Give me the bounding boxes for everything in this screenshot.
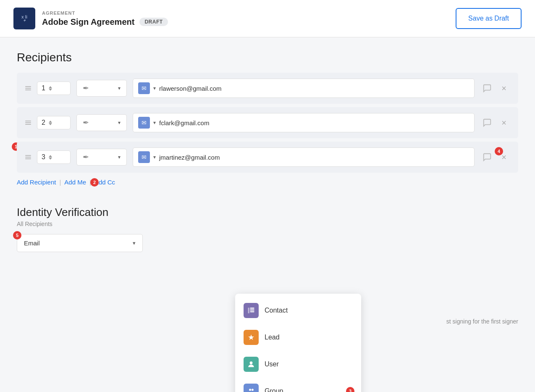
chat-icon-2[interactable] bbox=[480, 116, 494, 129]
main-content: Recipients 1 1 ✒ ▾ ✉ ▾ rlawerson@gmail.c… bbox=[0, 37, 535, 266]
role-selector-1[interactable]: ✒ ▾ bbox=[76, 80, 127, 97]
header: x li ✦ AGREEMENT Adobe Sign Agreement DR… bbox=[0, 0, 535, 37]
stepper-up-2[interactable] bbox=[49, 121, 52, 123]
badge-3: 3 bbox=[346, 387, 354, 392]
add-me-link[interactable]: Add Me bbox=[64, 179, 86, 186]
draft-badge: DRAFT bbox=[139, 18, 168, 26]
agreement-label: AGREEMENT bbox=[42, 11, 168, 16]
dropdown-group-label: Group bbox=[265, 387, 283, 392]
number-stepper-1[interactable]: 1 bbox=[37, 82, 71, 95]
stepper-arrows-1[interactable] bbox=[49, 86, 52, 91]
svg-rect-0 bbox=[248, 308, 249, 313]
recipient-row-3: 3 ✒ ▾ ✉ ▾ jmartinez@gmail.com 4 × bbox=[17, 142, 518, 173]
dropdown-user-item[interactable]: User bbox=[235, 351, 361, 378]
row-actions-2: × bbox=[480, 116, 510, 129]
email-icon-1: ✉ bbox=[138, 82, 150, 94]
svg-rect-3 bbox=[250, 311, 254, 313]
email-chevron-2[interactable]: ▾ bbox=[153, 120, 156, 126]
svg-rect-1 bbox=[250, 308, 254, 309]
group-icon bbox=[244, 384, 259, 392]
email-value-1: rlawerson@gmail.com bbox=[159, 85, 469, 92]
number-stepper-2[interactable]: 2 bbox=[37, 116, 71, 129]
pen-icon-3: ✒ bbox=[83, 153, 89, 162]
svg-point-5 bbox=[249, 389, 251, 391]
badge-4: 4 bbox=[495, 147, 503, 155]
badge-2: 2 bbox=[90, 178, 99, 187]
stepper-down-3[interactable] bbox=[49, 158, 52, 160]
dropdown-contact-label: Contact bbox=[265, 307, 288, 314]
pen-icon-2: ✒ bbox=[83, 118, 89, 127]
recipient-number-3: 3 bbox=[42, 153, 45, 161]
chevron-down-icon-2: ▾ bbox=[118, 120, 121, 126]
badge-5: 5 bbox=[13, 231, 21, 239]
drag-handle-3[interactable] bbox=[25, 155, 31, 159]
recipient-number-2: 2 bbox=[42, 119, 45, 126]
add-links-row: Add Recipient | Add Me 2 | Add Cc bbox=[17, 179, 518, 186]
stepper-up-3[interactable] bbox=[49, 155, 52, 157]
add-recipient-link[interactable]: Add Recipient bbox=[17, 179, 56, 186]
page-title: Adobe Sign Agreement bbox=[42, 17, 134, 27]
drag-handle-2[interactable] bbox=[25, 121, 31, 125]
header-title-group: AGREEMENT Adobe Sign Agreement DRAFT bbox=[42, 11, 168, 27]
chevron-down-icon-3: ▾ bbox=[118, 154, 121, 160]
row-actions-3: 4 × bbox=[480, 150, 510, 164]
identity-method-chevron-icon: ▾ bbox=[133, 240, 136, 246]
close-icon-1[interactable]: × bbox=[498, 82, 510, 94]
row-actions-1: × bbox=[480, 82, 510, 95]
email-value-2: fclark@gmail.com bbox=[159, 119, 469, 126]
stepper-arrows-3[interactable] bbox=[49, 155, 52, 160]
email-chevron-1[interactable]: ▾ bbox=[153, 85, 156, 91]
chat-icon-1[interactable] bbox=[480, 82, 494, 95]
save-draft-button[interactable]: Save as Draft bbox=[456, 8, 522, 29]
recipient-row-1: 1 ✒ ▾ ✉ ▾ rlawerson@gmail.com × bbox=[17, 73, 518, 104]
recipient-type-dropdown: Contact ★ Lead User bbox=[235, 294, 361, 392]
stepper-arrows-2[interactable] bbox=[49, 121, 52, 125]
svg-point-6 bbox=[252, 389, 254, 391]
email-field-3[interactable]: ✉ ▾ jmartinez@gmail.com bbox=[133, 147, 475, 167]
email-field-2[interactable]: ✉ ▾ fclark@gmail.com bbox=[133, 113, 475, 132]
dropdown-user-label: User bbox=[265, 360, 279, 368]
svg-rect-2 bbox=[250, 310, 254, 311]
chevron-down-icon-1: ▾ bbox=[118, 85, 121, 91]
dropdown-lead-label: Lead bbox=[265, 334, 280, 341]
email-field-1[interactable]: ✉ ▾ rlawerson@gmail.com bbox=[133, 79, 475, 98]
number-stepper-3[interactable]: 3 bbox=[37, 150, 71, 164]
email-icon-3: ✉ bbox=[138, 151, 150, 163]
stepper-up-1[interactable] bbox=[49, 86, 52, 88]
app-logo: x li ✦ bbox=[13, 8, 35, 29]
role-selector-3[interactable]: ✒ ▾ bbox=[76, 149, 127, 166]
svg-point-4 bbox=[250, 361, 253, 364]
pen-icon-1: ✒ bbox=[83, 84, 89, 93]
identity-subtitle: All Recipients bbox=[17, 221, 518, 227]
header-title-row: Adobe Sign Agreement DRAFT bbox=[42, 17, 168, 27]
role-selector-2[interactable]: ✒ ▾ bbox=[76, 114, 127, 131]
stepper-down-2[interactable] bbox=[49, 123, 52, 125]
lead-icon: ★ bbox=[244, 330, 259, 345]
email-icon-2: ✉ bbox=[138, 117, 150, 129]
drag-handle-1[interactable] bbox=[25, 86, 31, 90]
identity-title: Identity Verification bbox=[17, 206, 518, 219]
identity-method-label: Email bbox=[24, 239, 129, 247]
recipient-row-2: 2 ✒ ▾ ✉ ▾ fclark@gmail.com × bbox=[17, 107, 518, 138]
email-chevron-3[interactable]: ▾ bbox=[153, 154, 156, 160]
identity-method-selector[interactable]: 5 Email ▾ bbox=[17, 234, 143, 252]
dropdown-group-item[interactable]: Group 3 bbox=[235, 378, 361, 392]
email-value-3: jmartinez@gmail.com bbox=[159, 154, 469, 161]
signing-hint: st signing for the first signer bbox=[446, 318, 518, 325]
user-icon bbox=[244, 357, 259, 372]
dropdown-contact-item[interactable]: Contact bbox=[235, 297, 361, 324]
dropdown-lead-item[interactable]: ★ Lead bbox=[235, 324, 361, 351]
close-icon-2[interactable]: × bbox=[498, 117, 510, 129]
header-left: x li ✦ AGREEMENT Adobe Sign Agreement DR… bbox=[13, 8, 168, 29]
contact-icon bbox=[244, 303, 259, 318]
recipients-title: Recipients bbox=[17, 51, 518, 64]
recipient-number-1: 1 bbox=[42, 84, 45, 92]
stepper-down-1[interactable] bbox=[49, 89, 52, 91]
chat-icon-3[interactable] bbox=[480, 150, 494, 164]
identity-section: Identity Verification All Recipients 5 E… bbox=[17, 206, 518, 252]
separator-1: | bbox=[59, 179, 61, 186]
